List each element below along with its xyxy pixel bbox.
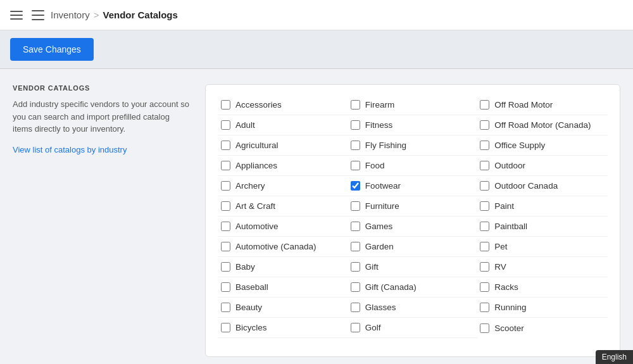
catalog-label-bicycles[interactable]: Bicycles — [235, 323, 267, 332]
catalog-label-outdoor-canada[interactable]: Outdoor Canada — [494, 181, 558, 191]
list-item: Appliances — [218, 156, 348, 176]
breadcrumb-current: Vendor Catalogs — [103, 9, 177, 20]
list-item: Footwear — [348, 176, 478, 196]
catalog-label-baseball[interactable]: Baseball — [235, 282, 268, 292]
catalog-label-glasses[interactable]: Glasses — [365, 303, 396, 312]
catalog-checkbox-art-craft[interactable] — [221, 201, 230, 211]
breadcrumb-parent: Inventory — [51, 9, 90, 20]
catalog-checkbox-automotive[interactable] — [221, 222, 230, 231]
catalog-checkbox-gift-canada[interactable] — [351, 282, 360, 292]
catalog-checkbox-golf[interactable] — [351, 323, 360, 332]
list-item: Fitness — [348, 115, 478, 135]
catalog-label-automotive[interactable]: Automotive — [235, 222, 279, 231]
list-item: Art & Craft — [218, 196, 348, 217]
catalog-label-appliances[interactable]: Appliances — [235, 161, 277, 170]
list-item: Games — [348, 217, 478, 237]
catalog-checkbox-archery[interactable] — [221, 181, 230, 191]
list-item: Outdoor — [477, 156, 607, 176]
catalog-checkbox-beauty[interactable] — [221, 303, 230, 312]
catalog-checkbox-office-supply[interactable] — [480, 141, 489, 150]
list-item: Garden — [348, 237, 478, 257]
catalog-checkbox-adult[interactable] — [221, 120, 230, 130]
catalog-checkbox-fly-fishing[interactable] — [351, 141, 360, 150]
catalog-label-adult[interactable]: Adult — [235, 120, 255, 130]
catalog-label-racks[interactable]: Racks — [494, 282, 518, 292]
list-item: Racks — [477, 277, 607, 298]
catalog-label-footwear[interactable]: Footwear — [365, 181, 401, 191]
catalog-label-outdoor[interactable]: Outdoor — [494, 161, 525, 170]
catalog-label-running[interactable]: Running — [494, 303, 526, 312]
catalog-label-automotive-canada[interactable]: Automotive (Canada) — [235, 242, 316, 251]
catalog-label-paintball[interactable]: Paintball — [494, 222, 527, 231]
catalog-label-archery[interactable]: Archery — [235, 181, 265, 191]
list-item: Furniture — [348, 196, 478, 217]
catalog-label-rv[interactable]: RV — [494, 262, 506, 272]
list-item: Agricultural — [218, 135, 348, 156]
list-item: Outdoor Canada — [477, 176, 607, 196]
catalog-label-garden[interactable]: Garden — [365, 242, 394, 251]
catalog-label-fitness[interactable]: Fitness — [365, 120, 393, 130]
catalog-label-scooter[interactable]: Scooter — [494, 323, 524, 333]
catalog-checkbox-footwear[interactable] — [351, 181, 360, 191]
catalog-checkbox-furniture[interactable] — [351, 201, 360, 211]
list-item: Off Road Motor (Canada) — [477, 115, 607, 135]
catalog-checkbox-bicycles[interactable] — [221, 323, 230, 332]
hamburger-icon[interactable] — [10, 11, 23, 20]
catalog-label-off-road-motor-canada[interactable]: Off Road Motor (Canada) — [494, 120, 591, 130]
catalog-label-pet[interactable]: Pet — [494, 242, 507, 251]
catalog-label-art-craft[interactable]: Art & Craft — [235, 201, 275, 211]
catalog-checkbox-paintball[interactable] — [480, 222, 489, 231]
catalog-checkbox-racks[interactable] — [480, 282, 489, 292]
catalog-label-accessories[interactable]: Accessories — [235, 100, 282, 110]
catalog-checkbox-gift[interactable] — [351, 262, 360, 272]
sidebar-description: Add industry specific vendors to your ac… — [13, 98, 190, 135]
catalog-checkbox-garden[interactable] — [351, 242, 360, 251]
catalog-checkbox-baby[interactable] — [221, 262, 230, 272]
catalog-checkbox-outdoor-canada[interactable] — [480, 181, 489, 191]
list-item: Running — [477, 298, 607, 318]
catalog-label-fly-fishing[interactable]: Fly Fishing — [365, 141, 406, 150]
view-catalogs-link[interactable]: View list of catalogs by industry — [13, 145, 127, 154]
catalog-checkbox-outdoor[interactable] — [480, 161, 489, 170]
catalog-checkbox-games[interactable] — [351, 222, 360, 231]
catalog-label-office-supply[interactable]: Office Supply — [494, 141, 545, 150]
catalog-label-off-road-motor[interactable]: Off Road Motor — [494, 100, 553, 110]
list-item: Gift — [348, 257, 478, 277]
catalog-checkbox-baseball[interactable] — [221, 282, 230, 292]
catalog-checkbox-paint[interactable] — [480, 201, 489, 211]
breadcrumb: Inventory > Vendor Catalogs — [51, 9, 178, 20]
catalog-label-gift-canada[interactable]: Gift (Canada) — [365, 282, 417, 292]
catalog-label-paint[interactable]: Paint — [494, 201, 514, 211]
catalog-checkbox-agricultural[interactable] — [221, 141, 230, 150]
catalog-checkbox-pet[interactable] — [480, 242, 489, 251]
catalog-checkbox-food[interactable] — [351, 161, 360, 170]
catalog-checkbox-accessories[interactable] — [221, 100, 230, 110]
list-item: Office Supply — [477, 135, 607, 156]
catalog-label-games[interactable]: Games — [365, 222, 393, 231]
catalog-checkbox-fitness[interactable] — [351, 120, 360, 130]
catalog-checkbox-off-road-motor[interactable] — [480, 100, 489, 110]
list-item: Baby — [218, 257, 348, 277]
catalog-checkbox-automotive-canada[interactable] — [221, 242, 230, 251]
list-item: Automotive (Canada) — [218, 237, 348, 257]
sidebar: VENDOR CATALOGS Add industry specific ve… — [13, 84, 190, 357]
catalog-label-furniture[interactable]: Furniture — [365, 201, 399, 211]
catalog-checkbox-rv[interactable] — [480, 262, 489, 272]
list-item: Baseball — [218, 277, 348, 298]
catalog-label-golf[interactable]: Golf — [365, 323, 381, 332]
catalog-label-gift[interactable]: Gift — [365, 262, 379, 272]
list-item: Golf — [348, 318, 478, 338]
catalog-checkbox-appliances[interactable] — [221, 161, 230, 170]
language-badge[interactable]: English — [596, 350, 633, 364]
catalog-label-baby[interactable]: Baby — [235, 262, 255, 272]
catalog-label-agricultural[interactable]: Agricultural — [235, 141, 279, 150]
catalog-label-beauty[interactable]: Beauty — [235, 303, 262, 312]
catalog-checkbox-running[interactable] — [480, 303, 489, 312]
catalog-checkbox-firearm[interactable] — [351, 100, 360, 110]
catalog-label-firearm[interactable]: Firearm — [365, 100, 395, 110]
save-button[interactable]: Save Changes — [10, 38, 94, 61]
catalog-label-food[interactable]: Food — [365, 161, 385, 170]
catalog-checkbox-glasses[interactable] — [351, 303, 360, 312]
catalog-checkbox-scooter[interactable] — [480, 323, 489, 333]
catalog-checkbox-off-road-motor-canada[interactable] — [480, 120, 489, 130]
